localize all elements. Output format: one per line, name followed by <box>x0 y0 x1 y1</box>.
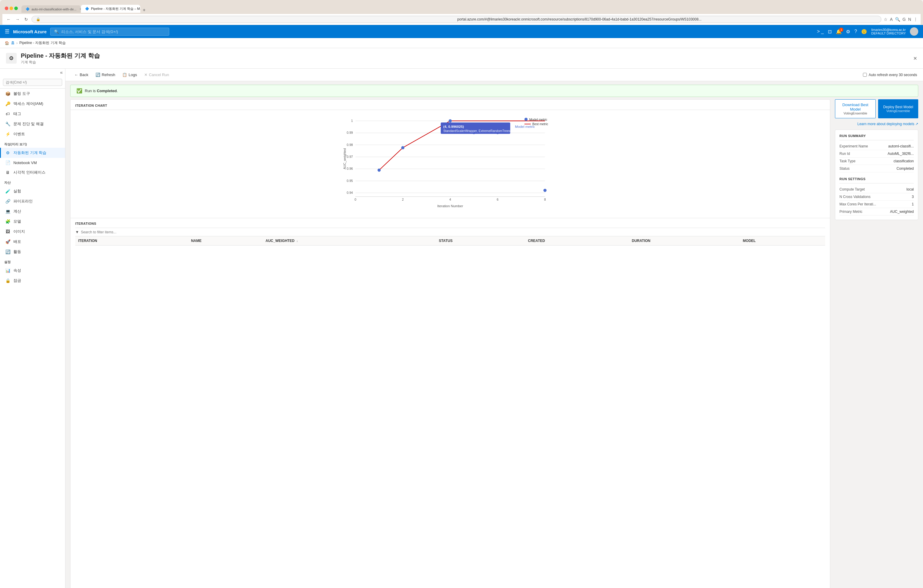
cancel-run-button[interactable]: ✕ Cancel Run <box>141 71 172 79</box>
experiment-name-val: automl-classifi... <box>888 144 914 148</box>
cancel-label: Cancel Run <box>149 72 169 77</box>
sidebar-item-automl[interactable]: ⚙ 자동화된 기계 학습 <box>0 148 65 158</box>
browser-icon-4[interactable]: N <box>908 17 911 22</box>
traffic-light-yellow[interactable] <box>10 7 13 10</box>
col-auc[interactable]: AUC_WEIGHTED ↓ <box>263 237 436 246</box>
sidebar-section-authoring: 작성(미리 보기) ⚙ 자동화된 기계 학습 📄 Notebook VM 🖥 시… <box>0 139 65 177</box>
tab1-icon: 🔷 <box>26 7 30 11</box>
sidebar-item-compute[interactable]: 💻 계산 <box>0 206 65 217</box>
sidebar-item-diagnostics[interactable]: 🔧 문제 진단 및 해결 <box>0 119 65 129</box>
browser-icon-1[interactable]: A <box>890 17 893 22</box>
col-iteration[interactable]: ITERATION <box>75 237 188 246</box>
sidebar-collapse-button[interactable]: « <box>60 70 63 75</box>
iam-icon: 🔑 <box>5 101 10 106</box>
sidebar-item-models[interactable]: 🧩 모델 <box>0 217 65 227</box>
browser-icon-2[interactable]: 🔍 <box>895 17 900 22</box>
address-bar[interactable]: 🔒 portal.azure.com/#@limaries30koreackr.… <box>31 16 881 23</box>
logs-button[interactable]: 📋 Logs <box>119 71 140 79</box>
sidebar-section-title-assets: 자산 <box>0 177 65 186</box>
sidebar-search-input[interactable] <box>3 79 62 86</box>
azure-search-bar[interactable]: 🔍 <box>50 28 169 36</box>
back-toolbar-button[interactable]: ← Back <box>71 71 91 79</box>
sidebar-label-pipelines: 파이프라인 <box>13 199 33 204</box>
sidebar-item-pipelines[interactable]: 🔗 파이프라인 <box>0 196 65 206</box>
feedback-icon[interactable]: 🙂 <box>861 29 867 34</box>
sidebar-item-locks[interactable]: 🔒 잠금 <box>0 276 65 286</box>
auto-refresh-checkbox[interactable] <box>863 73 867 77</box>
sidebar-item-events[interactable]: ⚡ 이벤트 <box>0 129 65 139</box>
logs-label: Logs <box>128 72 137 77</box>
col-name[interactable]: NAME <box>188 237 263 246</box>
avatar[interactable] <box>910 27 918 36</box>
refresh-button[interactable]: 🔄 Refresh <box>92 71 118 79</box>
cloud-shell-icon[interactable]: > _ <box>817 29 824 34</box>
content-area: ← Back 🔄 Refresh 📋 Logs ✕ Cancel Run Aut… <box>66 69 923 588</box>
max-cores-key: Max Cores Per Iterati... <box>839 202 876 206</box>
sidebar-item-visual-interface[interactable]: 🖥 시각적 인터페이스 <box>0 168 65 177</box>
pipelines-icon: 🔗 <box>5 199 10 204</box>
sidebar-label-activity: 활동 <box>13 249 21 255</box>
browser-tab-2[interactable]: 🔷 Pipeline - 자동화된 기계 학습 – M... ✕ <box>81 5 140 13</box>
col-status[interactable]: STATUS <box>436 237 525 246</box>
svg-text:Best metric: Best metric <box>532 122 549 126</box>
svg-text:0.98: 0.98 <box>347 143 353 146</box>
sidebar-item-tags[interactable]: 🏷 태그 <box>0 109 65 119</box>
reload-button[interactable]: ↻ <box>23 16 29 22</box>
run-summary-run-id: Run Id AutoML_382f6... <box>839 150 914 158</box>
models-icon: 🧩 <box>5 219 10 224</box>
run-settings-title: RUN SETTINGS <box>839 177 914 184</box>
deploy-best-model-button[interactable]: Deploy Best Model VotingEnsemble <box>878 99 918 118</box>
legend-model-dot <box>524 118 528 121</box>
iterations-title: ITERATIONS <box>75 218 825 228</box>
learn-more-link[interactable]: Learn more about deploying models ↗ <box>835 122 918 126</box>
settings-icon[interactable]: ⚙ <box>846 29 850 34</box>
browser-icon-3[interactable]: G <box>902 17 906 22</box>
sidebar-search[interactable] <box>0 76 65 89</box>
filter-input[interactable] <box>81 230 825 234</box>
url-text: portal.azure.com/#@limaries30koreackr.on… <box>457 17 877 21</box>
browser-icon-5[interactable]: ⋮ <box>913 17 918 22</box>
sidebar-item-experiments[interactable]: 🧪 실험 <box>0 186 65 196</box>
sidebar-item-deployments[interactable]: 🚀 배포 <box>0 237 65 247</box>
sidebar-item-notebook[interactable]: 📄 Notebook VM <box>0 158 65 168</box>
user-info[interactable]: limaries30@korea.ac.kr DEFAULT DIRECTORY <box>871 28 906 35</box>
sidebar-item-bowling[interactable]: 📦 볼링 도구 <box>0 89 65 99</box>
bookmark-icon[interactable]: ☆ <box>884 17 888 22</box>
sidebar-section-title-settings: 설정 <box>0 257 65 266</box>
download-best-model-button[interactable]: Download Best Model VotingEnsemble <box>835 99 876 118</box>
close-button[interactable]: ✕ <box>913 56 917 61</box>
traffic-light-green[interactable] <box>14 7 18 10</box>
notifications-icon[interactable]: 🔔 1 <box>836 29 842 34</box>
svg-text:4: 4 <box>449 198 451 201</box>
traffic-light-red[interactable] <box>5 7 8 10</box>
status-message: Run is Completed. <box>85 89 118 93</box>
hamburger-icon[interactable]: ☰ <box>5 28 10 35</box>
auto-refresh: Auto refresh every 30 seconds <box>863 73 917 77</box>
directory-icon[interactable]: ⊡ <box>828 29 832 34</box>
back-button[interactable]: ← <box>5 16 12 22</box>
sidebar-item-images[interactable]: 🖼 이미지 <box>0 227 65 237</box>
svg-text:(4, 0.996025): (4, 0.996025) <box>443 125 464 128</box>
col-duration[interactable]: DURATION <box>629 237 740 246</box>
run-summary-experiment: Experiment Name automl-classifi... <box>839 143 914 150</box>
forward-button[interactable]: → <box>14 16 21 22</box>
sidebar-item-properties[interactable]: 📊 속성 <box>0 266 65 276</box>
iterations-table: ITERATION NAME AUC_WEIGHTED ↓ STATUS CRE… <box>75 237 825 246</box>
back-label: Back <box>80 72 88 77</box>
azure-search-input[interactable] <box>61 30 165 34</box>
sidebar-item-activity[interactable]: 🔄 활동 <box>0 247 65 257</box>
help-icon[interactable]: ? <box>854 29 857 34</box>
col-model[interactable]: MODEL <box>740 237 825 246</box>
sidebar-label-models: 모델 <box>13 219 21 224</box>
user-email: limaries30@korea.ac.kr <box>871 28 906 31</box>
add-tab-button[interactable]: + <box>140 7 148 13</box>
compute-target-val: local <box>907 187 914 191</box>
browser-tab-1[interactable]: 🔷 auto-ml-classification-with-de... ✕ <box>21 5 81 13</box>
breadcrumb-home[interactable]: 홈 <box>11 40 15 46</box>
tags-icon: 🏷 <box>5 112 10 116</box>
sidebar-label-bowling: 볼링 도구 <box>13 91 30 96</box>
sidebar-item-iam[interactable]: 🔑 액세스 제어(IAM) <box>0 99 65 109</box>
svg-text:Model metric: Model metric <box>515 125 535 128</box>
col-created[interactable]: CREATED <box>525 237 629 246</box>
svg-text:0.95: 0.95 <box>347 179 353 182</box>
